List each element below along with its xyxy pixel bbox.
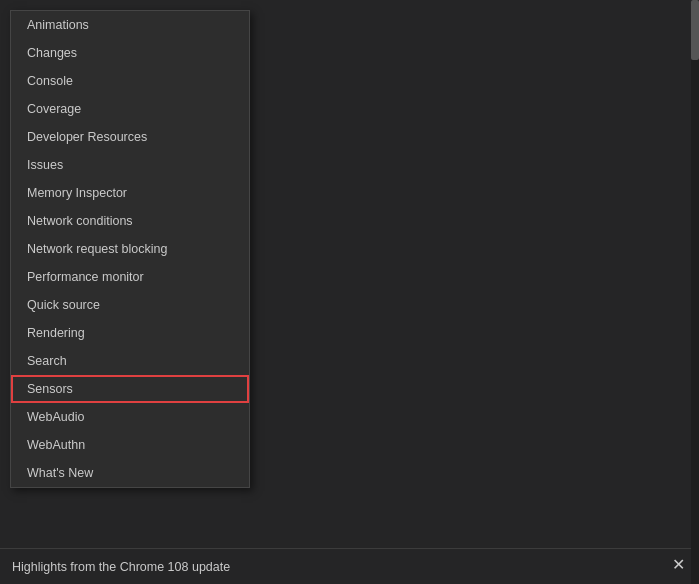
dropdown-menu: AnimationsChangesConsoleCoverageDevelope… bbox=[10, 10, 250, 488]
menu-item-webauthn[interactable]: WebAuthn bbox=[11, 431, 249, 459]
menu-item-what's-new[interactable]: What's New bbox=[11, 459, 249, 487]
scrollbar[interactable] bbox=[691, 0, 699, 584]
menu-item-console[interactable]: Console bbox=[11, 67, 249, 95]
menu-item-sensors[interactable]: Sensors bbox=[11, 375, 249, 403]
menu-item-animations[interactable]: Animations bbox=[11, 11, 249, 39]
menu-item-rendering[interactable]: Rendering bbox=[11, 319, 249, 347]
menu-item-webaudio[interactable]: WebAudio bbox=[11, 403, 249, 431]
scrollbar-thumb[interactable] bbox=[691, 0, 699, 60]
menu-item-memory-inspector[interactable]: Memory Inspector bbox=[11, 179, 249, 207]
bottom-bar: Highlights from the Chrome 108 update ✕ bbox=[0, 548, 699, 584]
menu-item-changes[interactable]: Changes bbox=[11, 39, 249, 67]
menu-item-developer-resources[interactable]: Developer Resources bbox=[11, 123, 249, 151]
close-button[interactable]: ✕ bbox=[666, 553, 691, 576]
menu-item-network-request-blocking[interactable]: Network request blocking bbox=[11, 235, 249, 263]
menu-item-coverage[interactable]: Coverage bbox=[11, 95, 249, 123]
menu-item-quick-source[interactable]: Quick source bbox=[11, 291, 249, 319]
menu-item-search[interactable]: Search bbox=[11, 347, 249, 375]
bottom-bar-text: Highlights from the Chrome 108 update bbox=[12, 560, 230, 574]
menu-item-issues[interactable]: Issues bbox=[11, 151, 249, 179]
menu-item-network-conditions[interactable]: Network conditions bbox=[11, 207, 249, 235]
menu-item-performance-monitor[interactable]: Performance monitor bbox=[11, 263, 249, 291]
